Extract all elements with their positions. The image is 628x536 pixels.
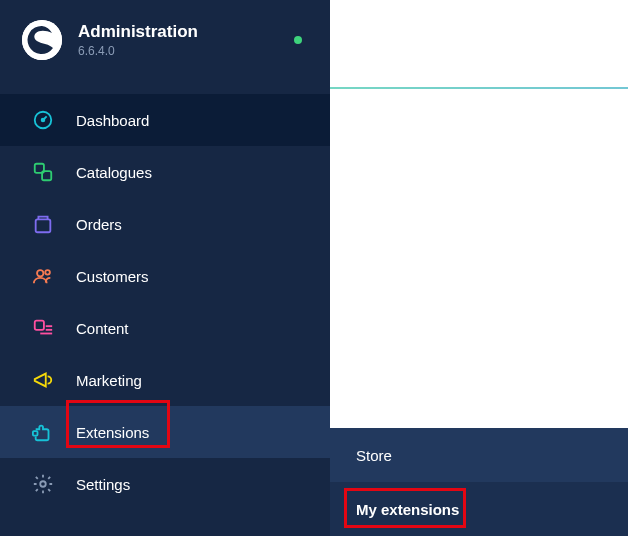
content-divider	[330, 87, 628, 89]
settings-icon	[32, 473, 54, 495]
app-root: Administration 6.6.4.0 Dashboard	[0, 0, 628, 536]
main-content: Store My extensions	[330, 0, 628, 536]
nav-label: Customers	[76, 268, 149, 285]
nav-label: Orders	[76, 216, 122, 233]
submenu-label: My extensions	[356, 501, 459, 518]
nav-item-dashboard[interactable]: Dashboard	[0, 94, 330, 146]
submenu-item-store[interactable]: Store	[330, 428, 628, 482]
nav-item-customers[interactable]: Customers	[0, 250, 330, 302]
content-icon	[32, 317, 54, 339]
sidebar: Administration 6.6.4.0 Dashboard	[0, 0, 330, 536]
app-version: 6.6.4.0	[78, 44, 294, 58]
nav-item-marketing[interactable]: Marketing	[0, 354, 330, 406]
nav-label: Extensions	[76, 424, 149, 441]
svg-point-13	[40, 481, 46, 487]
extensions-submenu: Store My extensions	[330, 428, 628, 536]
svg-rect-8	[35, 321, 44, 330]
brand-logo[interactable]	[22, 20, 62, 60]
nav-item-extensions[interactable]: Extensions	[0, 406, 330, 458]
sidebar-header: Administration 6.6.4.0	[0, 0, 330, 80]
nav-item-orders[interactable]: Orders	[0, 198, 330, 250]
submenu-label: Store	[356, 447, 392, 464]
marketing-icon	[32, 369, 54, 391]
dashboard-icon	[32, 109, 54, 131]
svg-point-6	[37, 270, 43, 276]
svg-rect-5	[36, 219, 51, 232]
status-indicator	[294, 36, 302, 44]
svg-point-2	[42, 119, 45, 122]
nav-item-catalogues[interactable]: Catalogues	[0, 146, 330, 198]
nav-label: Dashboard	[76, 112, 149, 129]
header-text: Administration 6.6.4.0	[78, 22, 294, 58]
svg-point-7	[45, 270, 50, 275]
customers-icon	[32, 265, 54, 287]
nav-label: Settings	[76, 476, 130, 493]
submenu-item-my-extensions[interactable]: My extensions	[330, 482, 628, 536]
main-nav: Dashboard Catalogues O	[0, 94, 330, 510]
nav-item-content[interactable]: Content	[0, 302, 330, 354]
nav-label: Content	[76, 320, 129, 337]
catalogues-icon	[32, 161, 54, 183]
extensions-icon	[32, 421, 54, 443]
nav-item-settings[interactable]: Settings	[0, 458, 330, 510]
nav-label: Marketing	[76, 372, 142, 389]
orders-icon	[32, 213, 54, 235]
nav-label: Catalogues	[76, 164, 152, 181]
app-title: Administration	[78, 22, 294, 42]
svg-rect-12	[33, 431, 38, 436]
